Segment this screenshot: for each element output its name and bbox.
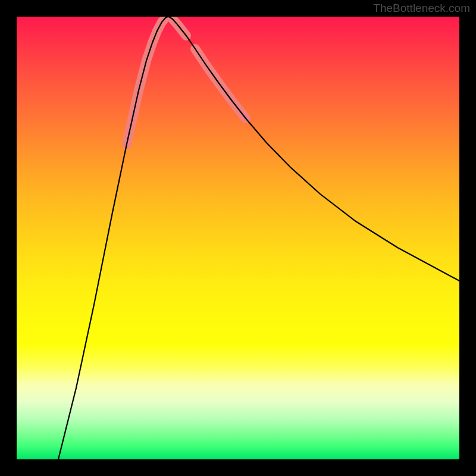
highlight-segment	[162, 18, 165, 22]
curve-path	[58, 17, 459, 459]
chart-svg	[17, 17, 459, 459]
highlight-segment	[173, 19, 177, 24]
highlight-segment	[152, 31, 157, 43]
watermark-text: TheBottleneck.com	[373, 2, 470, 15]
highlight-segment	[231, 99, 246, 118]
highlight-segment	[177, 24, 186, 36]
highlight-segment	[207, 67, 219, 83]
highlight-segment	[146, 43, 152, 61]
chart-area	[17, 17, 459, 459]
highlight-segment	[139, 61, 146, 90]
highlight-segment	[127, 90, 139, 144]
highlight-segment	[195, 49, 207, 67]
highlight-segment	[219, 83, 231, 99]
highlight-segment	[157, 22, 162, 31]
highlight-group	[127, 18, 246, 144]
